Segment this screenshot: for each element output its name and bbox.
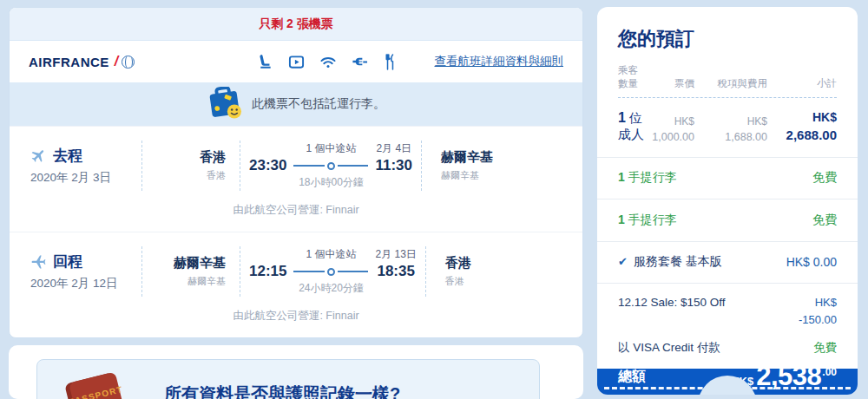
outbound-departure-city: 香港 香港 [142, 149, 240, 182]
airfrance-logo-text: AIRFRANCE [29, 55, 109, 69]
passport-check-box: PASSPORT 所有資料是否與護照記錄一樣? 再檢查一次您的個人詳細資料 [36, 359, 540, 399]
arrival-city-sub: 香港 [445, 275, 562, 288]
airline-row: AIRFRANCE / [10, 41, 582, 82]
fare-amount: HK$ 1,000.00 [644, 114, 694, 146]
outbound-date: 2020年 2月 3日 [30, 170, 141, 186]
hand-baggage-value: 免費 [812, 213, 837, 228]
arrival-time: 11:30 [375, 157, 412, 174]
outbound-operated-by: 由此航空公司營運: Finnair [10, 194, 582, 232]
departure-city-sub: 香港 [142, 169, 226, 182]
return-date: 2020年 2月 12日 [30, 276, 141, 291]
return-route: 12:15 1 個中途站 24小時20分鐘 2月 13日 18:35 [240, 247, 425, 296]
airfrance-logo: AIRFRANCE / [29, 54, 228, 69]
payment-method-row: 以 VISA Credit 付款 免費 [618, 340, 837, 356]
suitcase-smiley-icon [207, 87, 243, 122]
arrival-city-sub: 赫爾辛基 [441, 169, 562, 182]
check-icon: ✔ [618, 255, 628, 268]
passport-icon: PASSPORT [58, 369, 141, 399]
arrival-city-name: 香港 [445, 255, 562, 271]
service-package-row[interactable]: ✔服務套餐 基本版 HK$ 0.00 [597, 241, 858, 283]
passport-check-title: 所有資料是否與護照記錄一樣? [164, 383, 400, 399]
outbound-leg-header: 去程 2020年 2月 3日 [30, 146, 141, 186]
departure-city-sub: 赫爾辛基 [142, 275, 226, 288]
total-label: 總額 [618, 369, 646, 385]
total-banner[interactable]: 總額 HK$ 2,538 .00 [597, 369, 858, 395]
passenger-price-row: 1 位成人 HK$ 1,000.00 HK$ 1,688.00 HK$ 2,68… [597, 98, 858, 157]
hand-baggage-label: 1 手提行李 [618, 170, 677, 186]
booking-summary-panel: 您的預訂 乘客數量 票價 稅項與費用 小計 1 位成人 HK$ 1,000.00… [597, 7, 858, 395]
stops-label: 1 個中途站 [286, 247, 375, 262]
hand-baggage-row: 1 手提行李 免費 [597, 157, 858, 199]
amenity-icons [220, 54, 435, 70]
header-passenger-count: 乘客數量 [618, 64, 644, 97]
plane-return-icon [30, 253, 47, 270]
flight-card: 只剩 2 張機票 AIRFRANCE / [9, 7, 583, 338]
arrival-date: 2月 4日 [375, 141, 412, 156]
hand-baggage-value: 免費 [812, 170, 837, 186]
baggage-notice-text: 此機票不包括託運行李。 [252, 96, 385, 112]
hand-baggage-row: 1 手提行李 免費 [597, 200, 858, 241]
departure-city-name: 赫爾辛基 [142, 255, 226, 271]
discount-label: 12.12 Sale: $150 Off [618, 294, 726, 328]
departure-city-name: 香港 [142, 149, 226, 166]
hand-baggage-label: 1 手提行李 [618, 213, 677, 228]
subtotal-amount: HK$ 2,688.00 [767, 108, 837, 145]
plane-departure-icon [30, 147, 47, 164]
price-table-header: 乘客數量 票價 稅項與費用 小計 [597, 64, 858, 97]
discount-payment-block: 12.12 Sale: $150 Off HK$ -150.00 以 VISA … [597, 283, 858, 369]
outbound-route: 23:30 1 個中途站 18小時00分鐘 2月 4日 11:30 [240, 141, 421, 190]
tax-amount: HK$ 1,688.00 [694, 114, 767, 146]
duration-label: 24小時20分鐘 [286, 281, 375, 296]
passport-check-card: PASSPORT 所有資料是否與護照記錄一樣? 再檢查一次您的個人詳細資料 [9, 345, 583, 399]
passport-check-texts: 所有資料是否與護照記錄一樣? 再檢查一次您的個人詳細資料 [164, 369, 400, 399]
outbound-label: 去程 [53, 146, 82, 166]
wifi-icon [319, 54, 337, 70]
power-icon [352, 54, 368, 70]
arrival-date: 2月 13日 [375, 247, 416, 262]
duration-label: 18小時00分鐘 [286, 175, 375, 190]
payment-method-label: 以 VISA Credit 付款 [618, 340, 720, 356]
payment-method-value: 免費 [813, 340, 837, 356]
return-operated-by: 由此航空公司營運: Finnair [10, 300, 582, 337]
arrival-time: 18:35 [377, 263, 414, 280]
flight-details-link[interactable]: 查看航班詳細資料與細則 [435, 54, 564, 69]
discount-value: HK$ -150.00 [799, 294, 837, 328]
header-fare: 票價 [644, 77, 694, 97]
arrival-city-name: 赫爾辛基 [441, 149, 562, 166]
departure-time: 12:15 [249, 263, 286, 280]
video-icon [288, 54, 305, 70]
meal-icon [383, 54, 398, 70]
route-line [293, 162, 368, 170]
skyteam-globe-icon [122, 56, 135, 69]
stopover-dot-icon [327, 162, 335, 170]
header-taxes: 稅項與費用 [694, 77, 767, 97]
baggage-notice: 此機票不包括託運行李。 [10, 82, 582, 126]
outbound-leg: 去程 2020年 2月 3日 香港 香港 23:30 [10, 126, 582, 232]
return-label: 回程 [53, 252, 82, 271]
stopover-dot-icon [327, 268, 335, 276]
return-leg-header: 回程 2020年 2月 12日 [30, 252, 141, 291]
scarcity-banner: 只剩 2 張機票 [10, 8, 582, 41]
discount-row: 12.12 Sale: $150 Off HK$ -150.00 [618, 294, 837, 328]
departure-time: 23:30 [249, 157, 286, 174]
route-line [293, 268, 368, 276]
return-arrival-city: 香港 香港 [426, 255, 562, 288]
itinerary-column: 只剩 2 張機票 AIRFRANCE / [9, 7, 583, 399]
passenger-label: 1 位成人 [618, 110, 644, 143]
seat-icon [257, 54, 273, 70]
service-package-label: ✔服務套餐 基本版 [618, 254, 722, 270]
airfrance-logo-slash: / [115, 54, 118, 69]
service-package-value: HK$ 0.00 [786, 255, 837, 269]
booking-summary-title: 您的預訂 [597, 7, 858, 64]
return-departure-city: 赫爾辛基 赫爾辛基 [142, 255, 240, 288]
stops-label: 1 個中途站 [286, 141, 375, 156]
scarcity-banner-text: 只剩 2 張機票 [259, 16, 333, 32]
outbound-arrival-city: 赫爾辛基 赫爾辛基 [422, 149, 562, 182]
return-leg: 回程 2020年 2月 12日 赫爾辛基 赫爾辛基 12:15 [10, 232, 582, 337]
header-subtotal: 小計 [767, 77, 837, 97]
